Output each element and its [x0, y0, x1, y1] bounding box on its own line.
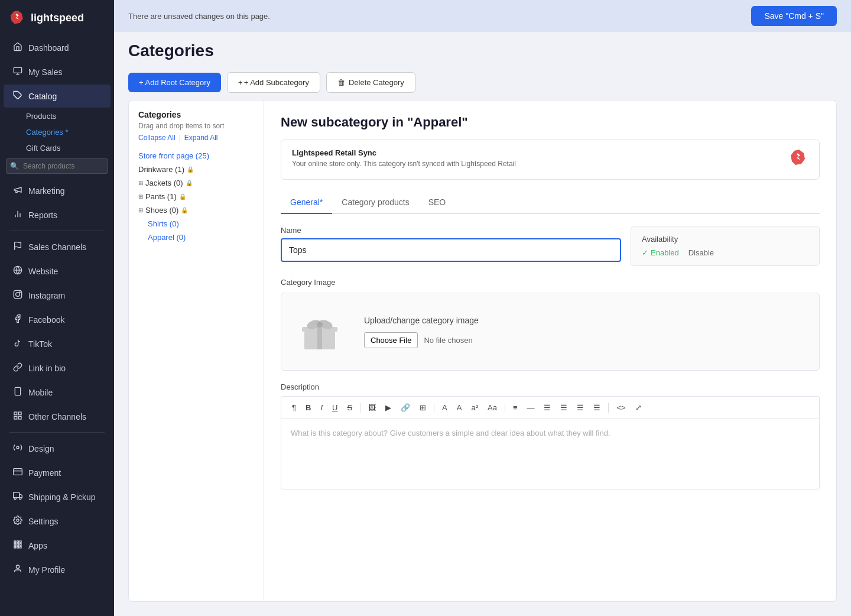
svg-rect-30 — [14, 544, 16, 546]
expand-all-link[interactable]: Expand All — [184, 134, 218, 142]
subnav-gift-cards[interactable]: Gift Cards — [0, 140, 114, 156]
sidebar-item-design[interactable]: Design — [4, 437, 111, 460]
upload-title: Upload/change category image — [364, 316, 807, 325]
sidebar-item-my-sales[interactable]: My Sales — [4, 60, 111, 83]
cat-drinkware[interactable]: Drinkware (1) 🔒 — [138, 163, 254, 176]
tab-seo[interactable]: SEO — [419, 192, 456, 214]
editor-outdent[interactable]: ☰ — [590, 401, 604, 414]
cat-store-front[interactable]: Store front page (25) — [138, 149, 254, 163]
editor-fullscreen[interactable]: ⤢ — [632, 401, 645, 414]
editor-superscript[interactable]: a² — [467, 401, 482, 414]
truck-icon — [13, 491, 22, 502]
cat-shoes[interactable]: ⊞ Shoes (0) 🔒 — [138, 203, 254, 217]
add-subcategory-button[interactable]: + + Add Subcategory — [227, 72, 320, 93]
cat-jackets[interactable]: ⊞ Jackets (0) 🔒 — [138, 176, 254, 190]
delete-category-button[interactable]: 🗑 Delete Category — [326, 72, 415, 93]
editor-body[interactable]: What is this category about? Give custom… — [281, 419, 820, 489]
editor-bold[interactable]: B — [302, 401, 314, 414]
editor-image[interactable]: 🖼 — [365, 401, 379, 414]
sidebar-item-reports[interactable]: Reports — [4, 203, 111, 226]
svg-rect-18 — [14, 416, 17, 419]
bar-chart-icon — [13, 209, 22, 221]
sidebar-item-apps[interactable]: Apps — [4, 534, 111, 557]
save-button[interactable]: Save "Cmd + S" — [751, 6, 837, 26]
cat-shirts[interactable]: Shirts (0) — [138, 217, 254, 231]
name-input[interactable] — [281, 238, 621, 262]
svg-point-19 — [17, 446, 19, 449]
sync-title: Lightspeed Retail Sync — [292, 148, 516, 157]
choose-file-button[interactable]: Choose File — [364, 332, 418, 348]
sidebar-item-mobile[interactable]: Mobile — [4, 381, 111, 404]
editor-divider-2 — [434, 403, 434, 413]
disable-option[interactable]: Disable — [688, 248, 714, 257]
sidebar-item-settings[interactable]: Settings — [4, 510, 111, 533]
credit-card-icon — [13, 467, 22, 478]
editor-list-ordered[interactable]: ☰ — [540, 401, 554, 414]
editor-hr[interactable]: — — [523, 401, 538, 414]
catalog-label: Catalog — [28, 92, 57, 101]
name-label: Name — [281, 226, 621, 235]
subnav-products[interactable]: Products — [0, 108, 114, 124]
sidebar-item-website[interactable]: Website — [4, 260, 111, 283]
sidebar-logo[interactable]: lightspeed — [0, 0, 114, 35]
editor-align[interactable]: ≡ — [509, 401, 521, 414]
description-section: Description ¶ B I U S 🖼 ▶ 🔗 ⊞ A A a² — [281, 382, 820, 489]
editor-link[interactable]: 🔗 — [397, 401, 414, 414]
sales-icon — [13, 66, 22, 77]
availability-label: Availability — [642, 235, 808, 244]
page-title: Categories — [128, 41, 837, 60]
category-image-section: Category Image — [281, 278, 820, 371]
sidebar-item-shipping[interactable]: Shipping & Pickup — [4, 485, 111, 508]
toolbar: + Add Root Category + + Add Subcategory … — [114, 65, 851, 100]
editor-strikethrough[interactable]: S — [343, 401, 356, 414]
editor-highlight[interactable]: A — [453, 401, 466, 414]
editor-divider-4 — [608, 403, 609, 413]
editor-font-size[interactable]: Aa — [484, 401, 501, 414]
settings-icon — [13, 516, 22, 527]
tab-category-products[interactable]: Category products — [332, 192, 418, 214]
user-icon — [13, 564, 22, 575]
editor-table[interactable]: ⊞ — [416, 401, 430, 414]
sidebar-item-dashboard[interactable]: Dashboard — [4, 36, 111, 59]
add-root-category-button[interactable]: + Add Root Category — [128, 73, 221, 92]
sidebar-item-link-in-bio[interactable]: Link in bio — [4, 356, 111, 380]
editor-underline[interactable]: U — [329, 401, 341, 414]
sidebar-item-other-channels[interactable]: Other Channels — [4, 405, 111, 428]
availability-options: ✓ Enabled Disable — [642, 248, 808, 257]
editor-paragraph[interactable]: ¶ — [288, 401, 300, 414]
expand-icon-pants: ⊞ — [138, 193, 143, 200]
expand-icon-jackets: ⊞ — [138, 180, 143, 186]
search-input[interactable] — [6, 158, 108, 174]
sidebar-item-marketing[interactable]: Marketing — [4, 179, 111, 202]
sidebar-item-sales-channels[interactable]: Sales Channels — [4, 235, 111, 258]
sidebar-item-payment[interactable]: Payment — [4, 461, 111, 484]
sidebar-item-catalog[interactable]: Catalog — [4, 85, 111, 108]
sidebar-item-my-profile[interactable]: My Profile — [4, 558, 111, 581]
editor-placeholder: What is this category about? Give custom… — [291, 429, 610, 437]
search-box: 🔍 — [6, 158, 108, 174]
form-tabs: General* Category products SEO — [281, 192, 820, 214]
instagram-icon — [13, 290, 22, 301]
enabled-option[interactable]: ✓ Enabled — [642, 248, 679, 257]
collapse-expand-controls: Collapse All | Expand All — [138, 134, 254, 142]
tab-general[interactable]: General* — [281, 192, 332, 214]
sidebar-item-tiktok[interactable]: TikTok — [4, 332, 111, 355]
cat-pants[interactable]: ⊞ Pants (1) 🔒 — [138, 190, 254, 203]
availability-group: Availability ✓ Enabled Disable — [631, 226, 820, 266]
channel-icon — [13, 241, 22, 252]
editor-indent[interactable]: ☰ — [573, 401, 587, 414]
editor-source[interactable]: <> — [613, 401, 629, 414]
editor-italic[interactable]: I — [317, 401, 326, 414]
editor-list-unordered[interactable]: ☰ — [557, 401, 571, 414]
editor-font-color[interactable]: A — [439, 401, 451, 414]
collapse-all-link[interactable]: Collapse All — [138, 134, 176, 142]
editor-video[interactable]: ▶ — [382, 401, 395, 414]
cat-apparel[interactable]: Apparel (0) — [138, 231, 254, 244]
availability-box: Availability ✓ Enabled Disable — [631, 226, 820, 266]
sidebar-item-facebook[interactable]: Facebook — [4, 308, 111, 331]
subnav-categories[interactable]: Categories * — [0, 124, 114, 140]
divider-2 — [9, 432, 105, 433]
sidebar-item-instagram[interactable]: Instagram — [4, 284, 111, 307]
sidebar: lightspeed Dashboard My Sales Catalog Pr… — [0, 0, 114, 616]
category-tree-panel: Categories Drag and drop items to sort C… — [128, 100, 264, 602]
